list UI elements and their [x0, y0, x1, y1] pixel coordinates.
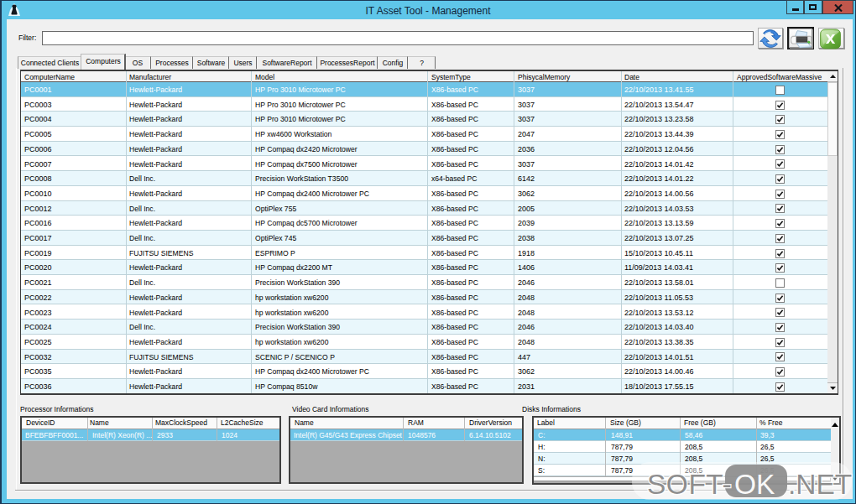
svg-text:SOFT-: SOFT-: [647, 469, 732, 500]
svg-text:OK: OK: [734, 469, 775, 500]
svg-text:.NET: .NET: [788, 469, 852, 500]
